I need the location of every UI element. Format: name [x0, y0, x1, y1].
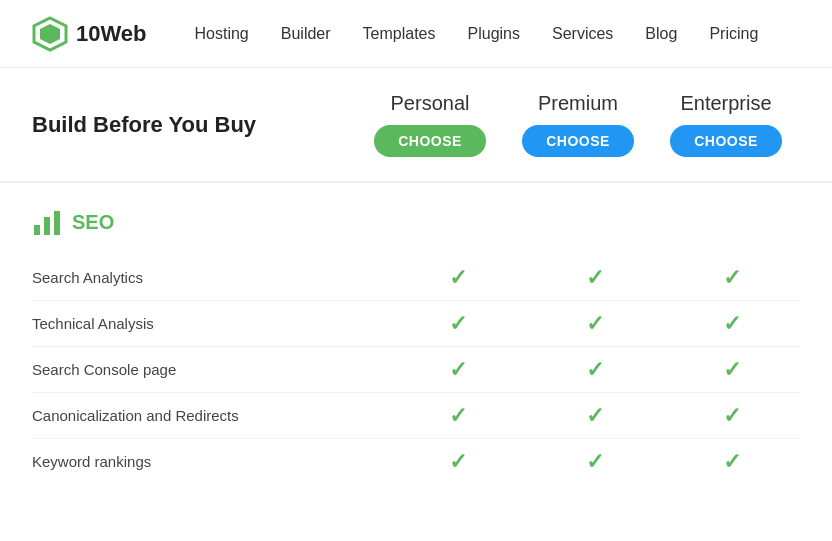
check-personal	[389, 301, 526, 347]
checkmark-icon	[449, 359, 467, 381]
choose-premium-button[interactable]: CHOOSE	[522, 125, 634, 157]
check-enterprise	[663, 393, 800, 439]
feature-label: Search Analytics	[32, 255, 389, 301]
check-premium	[526, 393, 663, 439]
features-table: Search Analytics Technical Analysis Sear…	[32, 255, 800, 484]
pricing-header: Build Before You Buy Personal CHOOSE Pre…	[0, 68, 832, 183]
plan-enterprise-name: Enterprise	[680, 92, 771, 115]
check-premium	[526, 439, 663, 485]
plan-premium-name: Premium	[538, 92, 618, 115]
svg-marker-1	[40, 24, 60, 44]
feature-label: Search Console page	[32, 347, 389, 393]
check-personal	[389, 393, 526, 439]
choose-enterprise-button[interactable]: CHOOSE	[670, 125, 782, 157]
table-row: Keyword rankings	[32, 439, 800, 485]
logo-link[interactable]: 10Web	[32, 16, 147, 52]
nav-item-blog[interactable]: Blog	[645, 25, 677, 42]
checkmark-icon	[449, 313, 467, 335]
checkmark-icon	[449, 267, 467, 289]
svg-rect-4	[54, 211, 60, 235]
table-row: Technical Analysis	[32, 301, 800, 347]
pricing-header-title: Build Before You Buy	[32, 112, 356, 138]
check-enterprise	[663, 301, 800, 347]
seo-section: SEO Search Analytics Technical Analysis …	[0, 183, 832, 484]
check-premium	[526, 255, 663, 301]
check-premium	[526, 347, 663, 393]
table-row: Search Console page	[32, 347, 800, 393]
nav-links: Hosting Builder Templates Plugins Servic…	[195, 25, 759, 43]
plan-personal: Personal CHOOSE	[356, 92, 504, 157]
nav-item-templates[interactable]: Templates	[363, 25, 436, 42]
checkmark-icon	[723, 267, 741, 289]
navbar: 10Web Hosting Builder Templates Plugins …	[0, 0, 832, 68]
check-personal	[389, 255, 526, 301]
check-personal	[389, 439, 526, 485]
plan-personal-name: Personal	[391, 92, 470, 115]
check-premium	[526, 301, 663, 347]
logo-text: 10Web	[76, 21, 147, 47]
checkmark-icon	[586, 313, 604, 335]
logo-icon	[32, 16, 68, 52]
nav-item-builder[interactable]: Builder	[281, 25, 331, 42]
checkmark-icon	[586, 359, 604, 381]
feature-label: Keyword rankings	[32, 439, 389, 485]
nav-item-services[interactable]: Services	[552, 25, 613, 42]
feature-label: Canonicalization and Redirects	[32, 393, 389, 439]
check-enterprise	[663, 439, 800, 485]
nav-item-plugins[interactable]: Plugins	[468, 25, 520, 42]
check-enterprise	[663, 255, 800, 301]
check-enterprise	[663, 347, 800, 393]
svg-rect-2	[34, 225, 40, 235]
checkmark-icon	[723, 451, 741, 473]
choose-personal-button[interactable]: CHOOSE	[374, 125, 486, 157]
table-row: Canonicalization and Redirects	[32, 393, 800, 439]
nav-item-hosting[interactable]: Hosting	[195, 25, 249, 42]
nav-item-pricing[interactable]: Pricing	[709, 25, 758, 42]
pricing-plans: Personal CHOOSE Premium CHOOSE Enterpris…	[356, 92, 800, 157]
checkmark-icon	[449, 451, 467, 473]
feature-label: Technical Analysis	[32, 301, 389, 347]
seo-section-title: SEO	[72, 211, 114, 234]
seo-heading: SEO	[32, 207, 800, 237]
svg-rect-3	[44, 217, 50, 235]
plan-enterprise: Enterprise CHOOSE	[652, 92, 800, 157]
checkmark-icon	[586, 451, 604, 473]
plan-premium: Premium CHOOSE	[504, 92, 652, 157]
bar-chart-icon	[32, 207, 62, 237]
checkmark-icon	[723, 359, 741, 381]
table-row: Search Analytics	[32, 255, 800, 301]
checkmark-icon	[723, 405, 741, 427]
checkmark-icon	[586, 405, 604, 427]
check-personal	[389, 347, 526, 393]
checkmark-icon	[449, 405, 467, 427]
checkmark-icon	[723, 313, 741, 335]
checkmark-icon	[586, 267, 604, 289]
